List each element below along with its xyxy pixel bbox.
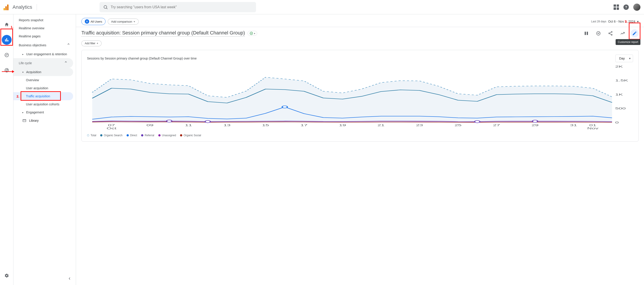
- svg-rect-10: [23, 120, 26, 122]
- title-row: Traffic acquisition: Session primary cha…: [76, 27, 644, 40]
- svg-rect-4: [8, 40, 8, 42]
- sidebar-acquisition[interactable]: ▾ Acquisition: [14, 68, 73, 76]
- line-chart: 05001K1.5K2K07Oct09111315171921232527293…: [87, 64, 633, 132]
- divider: [37, 4, 37, 10]
- insights-icon[interactable]: [618, 29, 626, 37]
- plus-icon: +: [96, 42, 98, 45]
- caret-right-icon: ▸: [22, 53, 24, 56]
- svg-point-26: [282, 106, 287, 108]
- sidebar-traffic-acquisition[interactable]: Traffic acquisition: [14, 92, 73, 100]
- app-name: Analytics: [12, 4, 32, 10]
- date-range-picker[interactable]: Last 28 days Oct 6 - Nov 2, 2024 ▾: [591, 20, 639, 23]
- svg-line-1: [106, 8, 107, 9]
- add-filter-label: Add filter: [85, 42, 95, 45]
- rail-reports-icon[interactable]: [2, 35, 12, 45]
- svg-point-6: [5, 68, 8, 72]
- chevron-up-icon: ⌃: [64, 60, 68, 66]
- compare-icon[interactable]: [582, 29, 590, 37]
- search-icon: [103, 5, 108, 10]
- sidebar-user-acquisition-cohorts[interactable]: User acquisition cohorts: [14, 100, 76, 108]
- search-bar[interactable]: [100, 2, 256, 12]
- analytics-logo-icon: [4, 4, 10, 10]
- search-input[interactable]: [111, 5, 252, 9]
- svg-point-29: [475, 120, 480, 123]
- rail-home-icon[interactable]: [2, 20, 12, 30]
- rail-advertising-icon[interactable]: [2, 65, 12, 75]
- svg-point-30: [532, 120, 538, 122]
- svg-text:0: 0: [615, 121, 619, 124]
- top-controls: A All Users Add comparison + Last 28 day…: [76, 14, 644, 27]
- svg-text:17: 17: [300, 124, 308, 127]
- rail-settings-icon[interactable]: [2, 271, 12, 280]
- add-comparison-label: Add comparison: [111, 20, 132, 23]
- share-icon[interactable]: [606, 29, 614, 37]
- sidebar-business-objectives-label: Business objectives: [19, 44, 46, 47]
- svg-point-0: [104, 5, 107, 8]
- status-pill[interactable]: ▾: [248, 31, 257, 36]
- annotation-label-1: 1.: [11, 25, 14, 29]
- caret-right-icon: ▸: [22, 111, 24, 114]
- chart-card: Sessions by Session primary channel grou…: [82, 50, 639, 142]
- date-range-text: Oct 6 - Nov 2, 2024: [608, 20, 635, 23]
- legend-direct[interactable]: Direct: [126, 134, 137, 137]
- legend-referral[interactable]: Referral: [141, 134, 154, 137]
- sidebar-realtime-overview[interactable]: Realtime overview: [14, 24, 76, 32]
- chip-add-filter[interactable]: Add filter +: [82, 40, 102, 46]
- sidebar-user-acquisition[interactable]: User acquisition: [14, 84, 76, 92]
- sidebar-engagement-label: Engagement: [26, 110, 44, 114]
- library-icon: [22, 118, 26, 122]
- svg-point-27: [166, 120, 172, 122]
- svg-text:Oct: Oct: [107, 127, 116, 130]
- svg-text:1.5K: 1.5K: [615, 79, 628, 82]
- legend-organic-social[interactable]: Organic Social: [180, 134, 201, 137]
- customize-report-button[interactable]: [630, 29, 639, 37]
- svg-text:500: 500: [615, 107, 626, 110]
- sidebar-library[interactable]: Library: [14, 116, 76, 125]
- annotation-label-2: 2.: [16, 94, 20, 98]
- check-circle-icon: [250, 32, 253, 35]
- main-content: A All Users Add comparison + Last 28 day…: [76, 14, 644, 285]
- sidebar-business-objectives[interactable]: Business objectives ⌃: [14, 40, 76, 50]
- sidebar-reports-snapshot[interactable]: Reports snapshot: [14, 16, 76, 24]
- svg-text:15: 15: [262, 124, 269, 127]
- sidebar-realtime-pages[interactable]: Realtime pages: [14, 32, 76, 40]
- legend-total[interactable]: Total: [87, 134, 96, 137]
- svg-text:31: 31: [570, 124, 577, 127]
- svg-point-12: [250, 32, 253, 35]
- legend-organic-search[interactable]: Organic Search: [100, 134, 122, 137]
- apps-icon[interactable]: [614, 4, 619, 10]
- sidebar-life-cycle-label: Life cycle: [19, 61, 32, 65]
- svg-text:19: 19: [339, 124, 346, 127]
- report-title[interactable]: Traffic acquisition: Session primary cha…: [82, 30, 245, 37]
- svg-line-19: [610, 32, 611, 33]
- anomaly-icon[interactable]: [594, 29, 602, 37]
- granularity-select[interactable]: Day: [616, 54, 633, 62]
- avatar[interactable]: [633, 4, 640, 11]
- svg-rect-3: [6, 38, 7, 42]
- svg-point-28: [205, 120, 210, 123]
- svg-text:11: 11: [185, 124, 192, 127]
- svg-line-20: [610, 34, 611, 35]
- sidebar-user-engagement-label: User engagement & retention: [26, 52, 67, 56]
- svg-rect-13: [585, 32, 586, 35]
- help-icon[interactable]: ?: [624, 4, 629, 10]
- svg-rect-2: [5, 39, 6, 42]
- svg-rect-14: [587, 32, 588, 35]
- svg-text:01: 01: [589, 124, 596, 127]
- all-users-badge: A: [85, 19, 89, 24]
- chip-add-comparison[interactable]: Add comparison +: [108, 18, 139, 24]
- svg-text:25: 25: [454, 124, 462, 127]
- sidebar-user-engagement[interactable]: ▸ User engagement & retention: [14, 50, 76, 58]
- svg-text:1K: 1K: [615, 93, 623, 96]
- sidebar-life-cycle[interactable]: Life cycle ⌃: [14, 58, 73, 68]
- logo[interactable]: Analytics: [4, 4, 32, 10]
- rail-explore-icon[interactable]: [2, 50, 12, 60]
- date-prefix: Last 28 days: [591, 20, 606, 23]
- legend-unassigned[interactable]: Unassigned: [158, 134, 176, 137]
- chip-all-users[interactable]: A All Users: [82, 18, 106, 25]
- sidebar-collapse-icon[interactable]: ‹: [69, 275, 70, 282]
- svg-text:09: 09: [146, 124, 154, 127]
- sidebar-engagement[interactable]: ▸ Engagement: [14, 108, 76, 116]
- sidebar-overview[interactable]: Overview: [14, 76, 76, 84]
- plus-icon: +: [134, 20, 135, 23]
